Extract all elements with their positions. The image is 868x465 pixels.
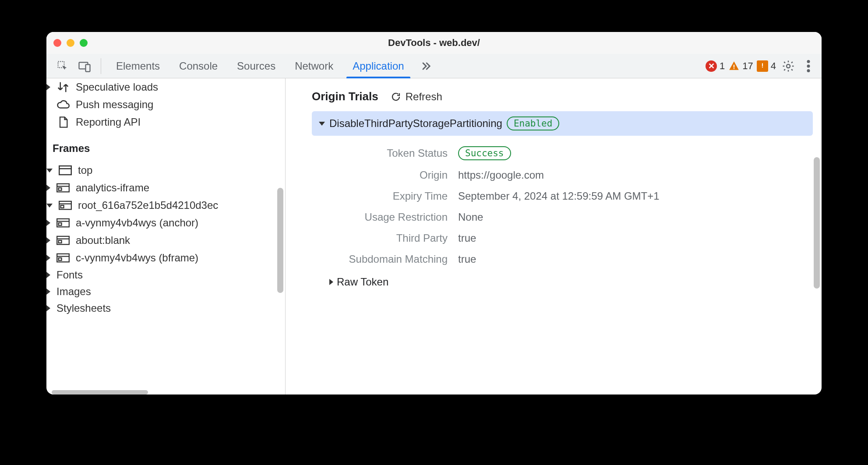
devtools-window: DevTools - web.dev/ ElementsConsoleSourc… <box>46 32 822 395</box>
svg-rect-24 <box>59 240 62 243</box>
tab-network[interactable]: Network <box>285 54 343 78</box>
origin-trials-title: Origin Trials <box>312 90 378 103</box>
sidebar-item-push-messaging[interactable]: Push messaging <box>46 96 285 113</box>
detail-row: Originhttps://google.com <box>286 165 822 186</box>
expand-icon <box>46 272 50 278</box>
svg-point-8 <box>807 60 810 63</box>
sidebar-scrollbar[interactable] <box>277 188 283 293</box>
frames-section-title: Frames <box>46 131 285 162</box>
device-toolbar-icon[interactable] <box>77 59 92 74</box>
frame-item[interactable]: a-vynmy4vb4wys (anchor) <box>46 214 285 232</box>
inspect-element-icon[interactable] <box>55 59 70 74</box>
expand-icon <box>46 289 50 295</box>
more-options-icon[interactable] <box>801 58 816 74</box>
subframe-icon <box>56 181 70 194</box>
sidebar-item-speculative-loads[interactable]: Speculative loads <box>46 78 285 96</box>
toolbar-separator <box>101 58 101 74</box>
devtools-toolbar: ElementsConsoleSourcesNetworkApplication… <box>46 54 822 78</box>
subframe-icon <box>59 199 72 212</box>
frame-label: root_616a752e1b5d4210d3ec <box>78 199 218 211</box>
close-window-button[interactable] <box>53 39 61 47</box>
frame-item[interactable]: root_616a752e1b5d4210d3ec <box>46 197 285 214</box>
svg-rect-6 <box>762 67 763 67</box>
frame-label: Fonts <box>56 269 83 281</box>
frame-label: analytics-iframe <box>76 182 149 194</box>
detail-key: Origin <box>286 169 448 181</box>
issue-count: 4 <box>771 60 776 72</box>
detail-key: Third Party <box>286 232 448 244</box>
panel-body: Speculative loadsPush messagingReporting… <box>46 78 822 395</box>
frame-item[interactable]: analytics-iframe <box>46 179 285 197</box>
detail-value: https://google.com <box>458 169 544 181</box>
panel-tabs: ElementsConsoleSourcesNetworkApplication <box>106 54 414 78</box>
svg-rect-3 <box>734 64 734 67</box>
frame-item[interactable]: Fonts <box>46 267 285 283</box>
frame-item[interactable]: about:blank <box>46 232 285 249</box>
tab-application[interactable]: Application <box>343 54 413 78</box>
origin-trial-row[interactable]: DisableThirdPartyStoragePartitioning Ena… <box>312 111 813 136</box>
frame-icon <box>59 164 72 177</box>
spacer-icon <box>46 119 50 125</box>
issues-indicator[interactable]: 4 <box>757 60 776 72</box>
warning-icon <box>728 60 740 72</box>
spacer-icon <box>46 102 50 108</box>
expand-icon <box>46 305 50 311</box>
expand-icon <box>46 204 53 208</box>
tab-elements[interactable]: Elements <box>106 54 169 78</box>
warning-count: 17 <box>742 60 753 72</box>
subframe-icon <box>56 251 70 264</box>
expand-icon <box>46 84 50 90</box>
application-sidebar: Speculative loadsPush messagingReporting… <box>46 78 286 395</box>
frame-item[interactable]: top <box>46 162 285 179</box>
frame-label: c-vynmy4vb4wys (bframe) <box>76 252 198 264</box>
console-indicators: ✕ 1 17 4 <box>706 60 776 72</box>
detail-key: Subdomain Matching <box>286 253 448 265</box>
error-count: 1 <box>720 60 725 72</box>
minimize-window-button[interactable] <box>67 39 74 47</box>
detail-value: Success <box>458 146 511 160</box>
detail-key: Token Status <box>286 147 448 159</box>
more-tabs-icon[interactable] <box>414 60 438 72</box>
cloud-icon <box>56 98 70 111</box>
warnings-indicator[interactable]: 17 <box>728 60 753 72</box>
errors-indicator[interactable]: ✕ 1 <box>706 60 725 72</box>
refresh-icon <box>391 92 401 102</box>
frame-item[interactable]: Stylesheets <box>46 300 285 317</box>
frame-label: top <box>78 164 92 176</box>
window-title: DevTools - web.dev/ <box>388 37 480 49</box>
detail-value: None <box>458 211 483 223</box>
frame-label: Stylesheets <box>56 302 111 314</box>
svg-point-7 <box>787 64 790 68</box>
zoom-window-button[interactable] <box>80 39 88 47</box>
subframe-icon <box>56 234 70 247</box>
frame-item[interactable]: c-vynmy4vb4wys (bframe) <box>46 249 285 267</box>
detail-row: Expiry TimeSeptember 4, 2024 at 12:59:59… <box>286 186 822 207</box>
tab-sources[interactable]: Sources <box>227 54 285 78</box>
expand-trial-icon <box>319 122 325 126</box>
detail-value: true <box>458 253 476 265</box>
trial-name: DisableThirdPartyStoragePartitioning <box>329 117 502 130</box>
refresh-button[interactable]: Refresh <box>391 91 442 103</box>
sidebar-h-scrollbar[interactable] <box>52 390 148 395</box>
frame-item[interactable]: Images <box>46 283 285 300</box>
application-main: Origin Trials Refresh DisableThirdPartyS… <box>286 78 822 395</box>
detail-value: true <box>458 232 476 244</box>
main-scrollbar[interactable] <box>814 157 820 289</box>
expand-icon <box>46 220 50 226</box>
svg-rect-5 <box>762 63 763 66</box>
expand-icon <box>46 255 50 261</box>
trial-details: Token StatusSuccessOriginhttps://google.… <box>286 136 822 270</box>
svg-rect-21 <box>59 223 62 225</box>
issue-icon <box>757 60 768 72</box>
svg-rect-11 <box>59 166 71 175</box>
detail-row: Usage RestrictionNone <box>286 207 822 228</box>
raw-token-row[interactable]: Raw Token <box>286 270 822 288</box>
detail-row: Token StatusSuccess <box>286 142 822 165</box>
settings-icon[interactable] <box>780 58 796 74</box>
sidebar-item-reporting-api[interactable]: Reporting API <box>46 113 285 131</box>
sidebar-item-label: Reporting API <box>76 116 141 128</box>
svg-rect-2 <box>86 64 90 71</box>
tab-console[interactable]: Console <box>169 54 227 78</box>
expand-icon <box>46 237 50 243</box>
titlebar: DevTools - web.dev/ <box>46 32 822 54</box>
